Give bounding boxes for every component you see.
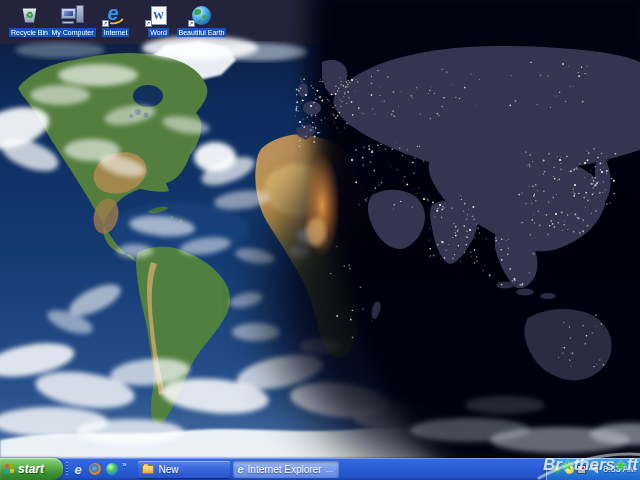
desktop-icon-my-computer[interactable]: My Computer (51, 3, 94, 37)
taskbar-button-internet-explorer[interactable]: e Internet Explorer ... (233, 461, 339, 478)
icon-label: Recycle Bin (9, 28, 50, 37)
desktop-icon-beautiful-earth[interactable]: ↗ Beautiful Earth (180, 3, 223, 37)
windows-flag-icon (5, 463, 15, 474)
my-computer-icon (61, 4, 85, 26)
beautiful-earth-wallpaper (0, 0, 640, 458)
icon-label: My Computer (50, 28, 96, 37)
desktop[interactable]: ♻ Recycle Bin My Computer e ↗ (0, 0, 640, 458)
volume-tray-icon[interactable] (589, 465, 598, 474)
desktop-icon-word[interactable]: W ↗ Word (137, 3, 180, 37)
icon-label: Word (148, 28, 169, 37)
taskbar-button-new[interactable]: New (138, 461, 230, 478)
start-button[interactable]: start (0, 458, 63, 480)
shortcut-arrow-icon: ↗ (102, 20, 109, 27)
windows-xp-screen: ♻ Recycle Bin My Computer e ↗ (0, 0, 640, 480)
icon-label: Beautiful Earth (177, 28, 227, 37)
taskbar-window-buttons: New e Internet Explorer ... (138, 458, 339, 480)
taskbar: start e » New e Internet Explorer ... (0, 458, 640, 480)
desktop-icon-recycle-bin[interactable]: ♻ Recycle Bin (8, 3, 51, 37)
button-ellipsis: ... (326, 464, 334, 474)
recycle-bin-icon: ♻ (22, 8, 38, 23)
start-label: start (18, 462, 44, 476)
display-tray-icon[interactable] (577, 465, 586, 474)
word-icon: W (151, 6, 167, 25)
messenger-tray-icon[interactable] (565, 465, 574, 474)
shortcut-arrow-icon: ↗ (145, 20, 152, 27)
quick-launch-overflow-chevron[interactable]: » (122, 460, 126, 469)
icon-label: Internet (102, 28, 130, 37)
shortcut-arrow-icon: ↗ (188, 20, 195, 27)
folder-icon (142, 465, 154, 474)
system-tray: 8:33 AM (545, 458, 640, 480)
taskbar-empty-area (339, 458, 545, 480)
internet-explorer-icon[interactable]: e (71, 462, 85, 476)
tray-clock[interactable]: 8:33 AM (603, 464, 636, 474)
earth-globe-icon[interactable] (105, 462, 119, 476)
desktop-icon-row: ♻ Recycle Bin My Computer e ↗ (8, 3, 223, 37)
desktop-icon-internet[interactable]: e ↗ Internet (94, 3, 137, 37)
firefox-icon[interactable] (88, 462, 102, 476)
earth-globe-icon (192, 6, 211, 25)
earth-tray-icon[interactable] (553, 465, 562, 474)
internet-explorer-icon: e (237, 463, 243, 475)
quick-launch-bar: e » (63, 458, 130, 480)
